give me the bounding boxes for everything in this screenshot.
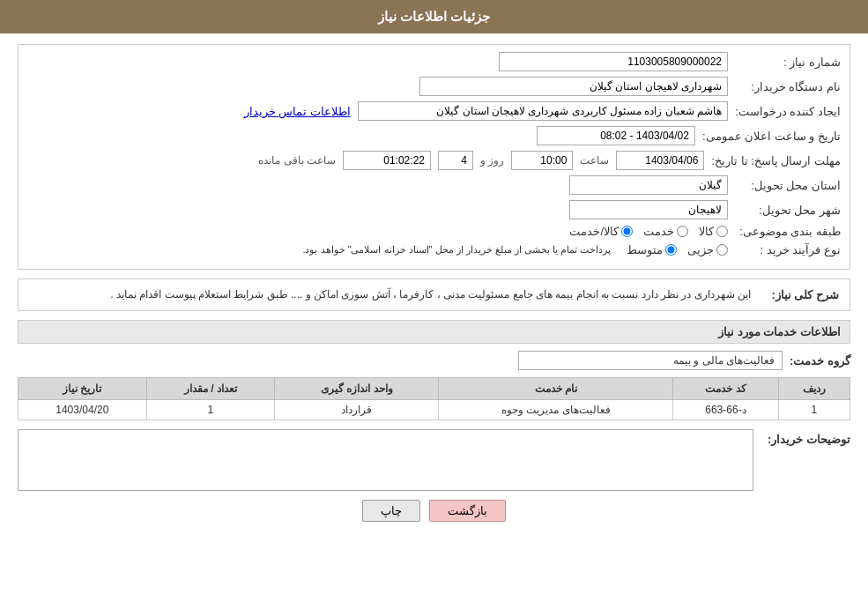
buyer-org-input[interactable] bbox=[419, 77, 728, 96]
deadline-days-input[interactable] bbox=[438, 151, 473, 170]
deadline-row: مهلت ارسال پاسخ: تا تاریخ: ساعت روز و سا… bbox=[27, 151, 841, 170]
description-text: این شهرداری در نظر دارد نسبت به انجام بی… bbox=[29, 286, 751, 303]
need-number-label: شماره نیاز : bbox=[735, 56, 841, 69]
deadline-time-input[interactable] bbox=[511, 151, 573, 170]
purchase-type-row: نوع فرآیند خرید : جزیی متوسط پرداخت تمام… bbox=[27, 243, 841, 256]
col-header-date: تاریخ نیاز bbox=[19, 378, 147, 400]
col-header-code: کد خدمت bbox=[673, 378, 779, 400]
contact-link[interactable]: اطلاعات تماس خریدار bbox=[244, 105, 351, 118]
service-group-row: گروه خدمت: فعالیت‌های مالی و بیمه bbox=[18, 351, 850, 370]
col-header-row: ردیف bbox=[778, 378, 849, 400]
service-group-value: فعالیت‌های مالی و بیمه bbox=[518, 351, 783, 370]
purchase-type-radio-jozi[interactable] bbox=[716, 244, 728, 256]
category-label-kala: کالا bbox=[699, 225, 714, 238]
need-number-input[interactable] bbox=[499, 52, 728, 71]
services-section: اطلاعات خدمات مورد نیاز گروه خدمت: فعالی… bbox=[18, 320, 850, 420]
category-option-kala: کالا bbox=[699, 225, 728, 238]
category-label: طبقه بندی موضوعی: bbox=[735, 225, 841, 238]
deadline-label: مهلت ارسال پاسخ: تا تاریخ: bbox=[711, 154, 841, 167]
deadline-time-label: ساعت bbox=[580, 154, 609, 167]
deadline-remaining-input[interactable] bbox=[343, 151, 431, 170]
category-radio-kala-khedmat[interactable] bbox=[621, 226, 633, 237]
category-radio-khedmat[interactable] bbox=[677, 226, 688, 237]
category-label-kala-khedmat: کالا/خدمت bbox=[569, 225, 619, 238]
print-button[interactable]: چاپ bbox=[362, 500, 420, 522]
service-group-label: گروه خدمت: bbox=[790, 354, 850, 368]
purchase-type-radio-group: جزیی متوسط bbox=[627, 243, 728, 256]
purchase-type-motavasset: متوسط bbox=[627, 243, 677, 256]
deadline-days-label: روز و bbox=[480, 154, 504, 167]
purchase-type-label: نوع فرآیند خرید : bbox=[735, 243, 841, 256]
services-table: ردیف کد خدمت نام خدمت واحد اندازه گیری ت… bbox=[18, 377, 850, 420]
city-row: شهر محل تحویل: bbox=[27, 200, 841, 219]
cell-name-0: فعالیت‌های مدیریت وجوه bbox=[439, 400, 673, 420]
created-by-input[interactable] bbox=[358, 101, 728, 121]
main-form: شماره نیاز : نام دستگاه خریدار: ایجاد کن… bbox=[18, 44, 850, 270]
table-row: 1 د-66-663 فعالیت‌های مدیریت وجوه قراردا… bbox=[19, 400, 850, 420]
province-input[interactable] bbox=[569, 175, 728, 195]
category-label-khedmat: خدمت bbox=[643, 225, 674, 238]
province-label: استان محل تحویل: bbox=[735, 179, 841, 192]
cell-code-0: د-66-663 bbox=[673, 400, 779, 420]
created-by-label: ایجاد کننده درخواست: bbox=[735, 105, 841, 118]
publish-date-input[interactable] bbox=[537, 126, 695, 145]
deadline-remaining-label: ساعت باقی مانده bbox=[258, 154, 336, 167]
category-option-kala-khedmat: کالا/خدمت bbox=[569, 225, 633, 238]
back-button[interactable]: بازگشت bbox=[429, 500, 506, 522]
col-header-name: نام خدمت bbox=[439, 378, 673, 400]
need-number-row: شماره نیاز : bbox=[27, 52, 841, 71]
publish-date-row: تاریخ و ساعت اعلان عمومی: bbox=[27, 126, 841, 145]
purchase-type-radio-motavasset[interactable] bbox=[665, 244, 677, 256]
page-title: جزئیات اطلاعات نیاز bbox=[378, 9, 490, 24]
category-radio-kala[interactable] bbox=[716, 226, 728, 237]
col-header-unit: واحد اندازه گیری bbox=[275, 378, 439, 400]
purchase-type-label-jozi: جزیی bbox=[687, 243, 714, 256]
cell-unit-0: قرارداد bbox=[275, 400, 439, 420]
buyer-org-label: نام دستگاه خریدار: bbox=[735, 80, 841, 93]
publish-date-label: تاریخ و ساعت اعلان عمومی: bbox=[702, 130, 841, 143]
description-section: شرح کلی نیاز: این شهرداری در نظر دارد نس… bbox=[18, 279, 850, 311]
category-row: طبقه بندی موضوعی: کالا خدمت کالا/خدمت bbox=[27, 225, 841, 238]
category-option-khedmat: خدمت bbox=[643, 225, 688, 238]
city-input[interactable] bbox=[569, 200, 728, 219]
services-title: اطلاعات خدمات مورد نیاز bbox=[18, 320, 850, 344]
cell-date-0: 1403/04/20 bbox=[19, 400, 147, 420]
deadline-date-input[interactable] bbox=[616, 151, 704, 170]
buyer-comments-label: توضیحات خریدار: bbox=[762, 433, 850, 446]
buyer-org-row: نام دستگاه خریدار: bbox=[27, 77, 841, 96]
cell-row-0: 1 bbox=[778, 400, 849, 420]
description-label: شرح کلی نیاز: bbox=[760, 288, 839, 301]
buyer-comments-section: توضیحات خریدار: bbox=[18, 429, 850, 491]
cell-qty-0: 1 bbox=[146, 400, 274, 420]
col-header-qty: تعداد / مقدار bbox=[146, 378, 274, 400]
page-header: جزئیات اطلاعات نیاز bbox=[0, 0, 868, 33]
city-label: شهر محل تحویل: bbox=[735, 204, 841, 217]
buyer-comments-textarea[interactable] bbox=[18, 429, 753, 491]
province-row: استان محل تحویل: bbox=[27, 175, 841, 195]
category-radio-group: کالا خدمت کالا/خدمت bbox=[569, 225, 728, 238]
buttons-row: بازگشت چاپ bbox=[18, 500, 850, 522]
created-by-row: ایجاد کننده درخواست: اطلاعات تماس خریدار bbox=[27, 101, 841, 121]
purchase-type-label-motavasset: متوسط bbox=[627, 243, 663, 256]
purchase-note: پرداخت تمام یا بخشی از مبلغ خریدار از مح… bbox=[302, 244, 611, 256]
purchase-type-jozi: جزیی bbox=[687, 243, 728, 256]
